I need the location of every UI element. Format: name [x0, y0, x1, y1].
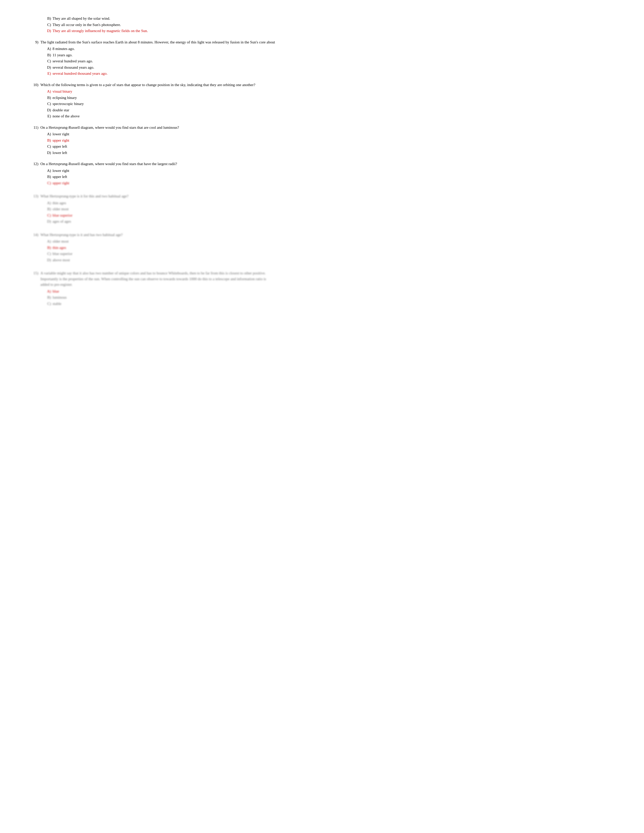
answer-letter: C): [45, 251, 53, 257]
question-number: 14): [30, 232, 40, 238]
answer-text: above most: [53, 257, 624, 263]
list-item: B) upper right: [45, 138, 624, 143]
question-number: 9): [30, 39, 40, 45]
question-number: 13): [30, 193, 40, 199]
question-body: What Hertzsprung-type is it and has two …: [40, 232, 624, 238]
q11-answer-list: A) lower right B) upper right C) upper l…: [45, 131, 624, 156]
answer-text-correct: They are all strongly influenced by magn…: [53, 28, 624, 34]
list-item: A) blue: [45, 288, 624, 294]
list-item: D) ages of ages: [45, 219, 624, 224]
answer-letter: B): [45, 138, 53, 143]
q13-question: 13) What Hertzsprung-type is it for this…: [30, 193, 624, 199]
list-item: C) upper left: [45, 144, 624, 150]
answer-text: several thousand years ago.: [53, 64, 624, 71]
q10-answer-list: A) visual binary B) eclipsing binary C) …: [45, 88, 624, 119]
answer-text: upper left: [53, 174, 624, 180]
question-number: 11): [30, 125, 40, 130]
answer-text: 11 years ago.: [53, 52, 624, 58]
question-number: 10): [30, 82, 40, 88]
answer-text: thin ages: [53, 200, 624, 206]
answer-text: They all occur only in the Sun's photosp…: [53, 22, 624, 28]
q15-block: 15) A variable might say that it also ha…: [30, 270, 624, 306]
answer-letter: E): [45, 71, 53, 77]
answer-letter: A): [45, 288, 53, 294]
list-item: B) older most: [45, 206, 624, 212]
answer-letter: C): [45, 58, 53, 64]
q14-block: 14) What Hertzsprung-type is it and has …: [30, 232, 624, 263]
list-item: B) eclipsing binary: [45, 95, 624, 101]
q9-question: 9) The light radiated from the Sun's sur…: [30, 39, 624, 45]
answer-letter: A): [45, 88, 53, 95]
answer-letter: D): [45, 150, 53, 156]
answer-letter: E): [45, 113, 53, 119]
list-item: B) They are all shaped by the solar wind…: [45, 16, 624, 21]
q8-partial-block: B) They are all shaped by the solar wind…: [30, 16, 624, 34]
answer-letter: C): [45, 22, 53, 28]
answer-letter: D): [45, 107, 53, 113]
answer-text: eclipsing binary: [53, 95, 624, 101]
answer-letter: D): [45, 257, 53, 263]
answer-letter: D): [45, 28, 53, 34]
list-item: D) double star: [45, 107, 624, 113]
question-body: The light radiated from the Sun's surfac…: [40, 39, 624, 45]
list-item: E) several hundred thousand years ago.: [45, 71, 624, 77]
list-item: A) older most: [45, 238, 624, 244]
q15-question: 15) A variable might say that it also ha…: [30, 270, 624, 288]
answer-text: blue superior: [53, 251, 624, 257]
list-item: B) upper left: [45, 174, 624, 180]
list-item: C) spectroscopic binary: [45, 101, 624, 107]
list-item: A) 8 minutes ago.: [45, 46, 624, 52]
question-body: On a Hertzsprung-Russell diagram, where …: [40, 125, 624, 130]
list-item: A) visual binary: [45, 88, 624, 95]
q10-question: 10) Which of the following terms is give…: [30, 82, 624, 88]
answer-text: double star: [53, 107, 624, 113]
answer-letter: B): [45, 95, 53, 101]
list-item: C) They all occur only in the Sun's phot…: [45, 22, 624, 28]
list-item: C) blue superior: [45, 251, 624, 257]
answer-text: luminous: [53, 294, 624, 301]
answer-letter: A): [45, 131, 53, 137]
list-item: D) several thousand years ago.: [45, 64, 624, 71]
answer-text: lower left: [53, 150, 624, 156]
q9-answer-list: A) 8 minutes ago. B) 11 years ago. C) se…: [45, 46, 624, 77]
list-item: D) They are all strongly influenced by m…: [45, 28, 624, 34]
answer-text: older most: [53, 206, 624, 212]
list-item: A) lower right: [45, 131, 624, 137]
answer-text-correct: visual binary: [53, 88, 624, 95]
answer-text: spectroscopic binary: [53, 101, 624, 107]
answer-letter: B): [45, 16, 53, 21]
answer-letter: B): [45, 52, 53, 58]
answer-text-correct: upper right: [53, 138, 624, 143]
q11-question: 11) On a Hertzsprung-Russell diagram, wh…: [30, 125, 624, 130]
list-item: E) none of the above: [45, 113, 624, 119]
list-item: D) lower left: [45, 150, 624, 156]
q12-answer-list: A) lower right B) upper left C) upper ri…: [45, 168, 624, 186]
question-body: What Hertzsprung-type is it for this and…: [40, 193, 624, 199]
answer-text: older most: [53, 238, 624, 244]
answer-letter: B): [45, 206, 53, 212]
answer-letter: B): [45, 245, 53, 251]
q15-answer-list: A) blue B) luminous C) stable: [45, 288, 624, 307]
list-item: B) thin ages: [45, 245, 624, 251]
answer-text: lower right: [53, 131, 624, 137]
answer-text-correct: several hundred thousand years ago.: [53, 71, 624, 77]
answer-text: 8 minutes ago.: [53, 46, 624, 52]
answer-letter: A): [45, 168, 53, 174]
answer-letter: B): [45, 174, 53, 180]
q8-answer-list: B) They are all shaped by the solar wind…: [45, 16, 624, 34]
q9-block: 9) The light radiated from the Sun's sur…: [30, 39, 624, 77]
question-body: A variable might say that it also has tw…: [40, 270, 268, 288]
list-item: C) upper right: [45, 180, 624, 186]
question-body: On a Hertzsprung-Russell diagram, where …: [40, 161, 624, 167]
answer-letter: C): [45, 180, 53, 186]
q14-question: 14) What Hertzsprung-type is it and has …: [30, 232, 624, 238]
answer-text-correct: thin ages: [53, 245, 624, 251]
answer-text-correct: blue superior: [53, 212, 624, 218]
q12-question: 12) On a Hertzsprung-Russell diagram, wh…: [30, 161, 624, 167]
answer-letter: C): [45, 101, 53, 107]
question-number: 12): [30, 161, 40, 167]
q13-answer-list: A) thin ages B) older most C) blue super…: [45, 200, 624, 224]
list-item: C) several hundred years ago.: [45, 58, 624, 64]
question-number: 15): [30, 270, 40, 288]
list-item: A) thin ages: [45, 200, 624, 206]
